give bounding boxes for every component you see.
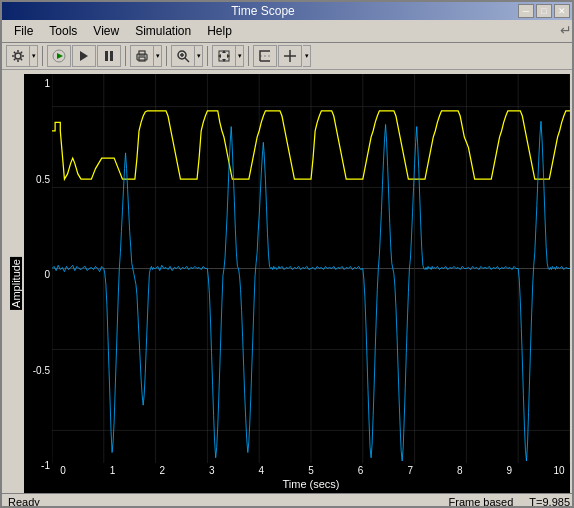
zoom-group: ▾ (171, 45, 203, 67)
xtick-7: 7 (399, 465, 421, 476)
print-dropdown[interactable]: ▾ (154, 45, 162, 67)
print-group: ▾ (130, 45, 162, 67)
status-time: T=9.985 (529, 496, 570, 508)
settings-group: ▾ (6, 45, 38, 67)
xtick-6: 6 (350, 465, 372, 476)
toolbar: ▾ ▾ ▾ (2, 43, 574, 70)
svg-point-0 (15, 53, 21, 59)
plot-area: Amplitude 1 0.5 0 -0.5 -1 (2, 70, 574, 493)
blue-noise-7 (560, 266, 570, 269)
xtick-3: 3 (201, 465, 223, 476)
svg-marker-3 (80, 51, 88, 61)
blue-noise-5 (435, 266, 466, 269)
play-button[interactable] (72, 45, 96, 67)
blue-noise-3 (280, 266, 311, 269)
svg-rect-8 (139, 57, 145, 61)
close-button[interactable]: ✕ (554, 4, 570, 18)
x-tick-labels: 0 1 2 3 4 5 6 7 8 9 10 (52, 463, 570, 478)
svg-line-10 (185, 58, 189, 62)
ytick-1: 1 (24, 78, 50, 89)
sep1 (42, 46, 43, 66)
sep4 (207, 46, 208, 66)
status-bar: Ready Frame based T=9.985 (2, 493, 574, 508)
blue-noise-6 (466, 266, 518, 269)
blue-burst-1 (104, 153, 156, 453)
blue-noise-2 (156, 265, 208, 270)
plot-with-yaxis: Amplitude 1 0.5 0 -0.5 -1 (8, 74, 570, 493)
svg-plot-container: 0 1 2 3 4 5 6 7 8 9 10 Time (secs) (52, 74, 570, 493)
pan-group: ▾ (212, 45, 244, 67)
xtick-1: 1 (102, 465, 124, 476)
cursors-button[interactable] (278, 45, 302, 67)
blue-burst-3 (363, 124, 436, 460)
blue-burst-4 (518, 121, 559, 461)
svg-rect-5 (110, 51, 113, 61)
xtick-4: 4 (250, 465, 272, 476)
minimize-button[interactable]: ─ (518, 4, 534, 18)
x-axis-label: Time (secs) (282, 478, 339, 490)
svg-rect-4 (105, 51, 108, 61)
title-bar-controls[interactable]: ─ □ ✕ (518, 4, 570, 18)
menu-help[interactable]: Help (199, 22, 240, 40)
settings-button[interactable] (6, 45, 30, 67)
run-button[interactable] (47, 45, 71, 67)
blue-noise-4 (311, 266, 363, 269)
pan-dropdown[interactable]: ▾ (236, 45, 244, 67)
maximize-button[interactable]: □ (536, 4, 552, 18)
xtick-5: 5 (300, 465, 322, 476)
status-frame-based: Frame based (449, 496, 514, 508)
menu-bar: File Tools View Simulation Help ↵ (2, 20, 574, 43)
zoom-button[interactable] (171, 45, 195, 67)
pan-button[interactable] (212, 45, 236, 67)
play-controls (47, 45, 121, 67)
sep5 (248, 46, 249, 66)
y-axis-label-container: Amplitude (8, 74, 24, 493)
ytick-0.5: 0.5 (24, 174, 50, 185)
xtick-9: 9 (498, 465, 520, 476)
xtick-2: 2 (151, 465, 173, 476)
pause-button[interactable] (97, 45, 121, 67)
xtick-10: 10 (548, 465, 570, 476)
axes-button[interactable] (253, 45, 277, 67)
ytick-neg0.5: -0.5 (24, 365, 50, 376)
xtick-0: 0 (52, 465, 74, 476)
x-axis-label-container: Time (secs) (52, 478, 570, 493)
y-axis-label: Amplitude (10, 257, 22, 310)
sep2 (125, 46, 126, 66)
svg-marker-2 (57, 53, 63, 59)
menu-tools[interactable]: Tools (41, 22, 85, 40)
status-ready: Ready (8, 496, 40, 508)
ytick-0: 0 (24, 269, 50, 280)
title-bar-title: Time Scope (8, 4, 518, 18)
settings-dropdown[interactable]: ▾ (30, 45, 38, 67)
waveform-plot[interactable] (52, 74, 570, 463)
xtick-8: 8 (449, 465, 471, 476)
y-tick-labels: 1 0.5 0 -0.5 -1 (24, 74, 52, 493)
svg-rect-7 (139, 51, 145, 55)
arrow-icon: ↵ (560, 22, 572, 40)
menu-simulation[interactable]: Simulation (127, 22, 199, 40)
axes-group: ▾ (253, 45, 311, 67)
menu-view[interactable]: View (85, 22, 127, 40)
axes-dropdown[interactable]: ▾ (303, 45, 311, 67)
ytick-neg1: -1 (24, 460, 50, 471)
blue-burst-2 (207, 127, 280, 458)
sep3 (166, 46, 167, 66)
title-bar: Time Scope ─ □ ✕ (2, 2, 574, 20)
zoom-dropdown[interactable]: ▾ (195, 45, 203, 67)
status-right: Frame based T=9.985 (449, 496, 570, 508)
menu-file[interactable]: File (6, 22, 41, 40)
print-button[interactable] (130, 45, 154, 67)
